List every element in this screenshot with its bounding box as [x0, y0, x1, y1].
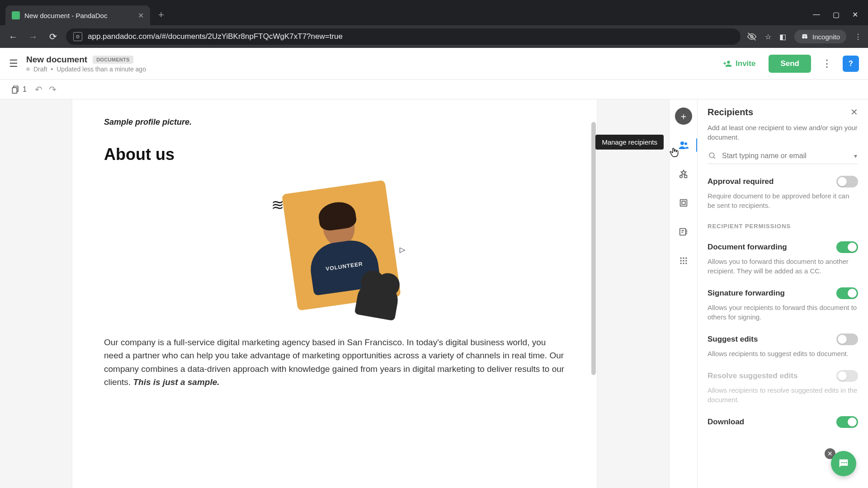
heart-icon — [354, 278, 401, 321]
section-heading[interactable]: About us — [104, 145, 565, 164]
page-count: 1 — [23, 85, 27, 94]
image-caption[interactable]: Sample profile picture. — [104, 117, 565, 127]
more-menu-button[interactable]: ⋮ — [817, 55, 836, 72]
permissions-heading: RECIPIENT PERMISSIONS — [708, 223, 858, 230]
url-text: app.pandadoc.com/a/#/documents/2UzYiBKr8… — [88, 32, 343, 41]
svg-point-24 — [841, 462, 843, 463]
svg-rect-10 — [680, 200, 687, 206]
workspace: Sample profile picture. About us ≋ VOLUN… — [0, 99, 868, 488]
help-button[interactable]: ? — [843, 56, 859, 72]
image-block[interactable]: ≋ VOLUNTEER ▷ — [104, 182, 565, 313]
resolve-edits-setting: Resolve suggested edits Allows recipient… — [708, 370, 858, 404]
scroll-thumb[interactable] — [591, 122, 596, 375]
signature-label: Signature forwarding — [708, 289, 785, 298]
signature-forwarding-setting: Signature forwarding Allows your recipie… — [708, 287, 858, 322]
favicon — [12, 11, 20, 19]
panel-subtitle: Add at least one recipient to view and/o… — [708, 123, 858, 142]
canvas-area[interactable]: Sample profile picture. About us ≋ VOLUN… — [0, 99, 669, 488]
maximize-icon[interactable]: ▢ — [833, 10, 840, 19]
tracking-off-icon[interactable] — [747, 32, 757, 42]
recipient-search-input[interactable] — [722, 152, 849, 160]
doc-type-badge: DOCUMENTS — [93, 56, 133, 64]
rail-tooltip: Manage recipients — [595, 135, 664, 150]
forward-button[interactable]: → — [26, 32, 40, 42]
profile-photo: ≋ VOLUNTEER ▷ — [267, 182, 402, 313]
search-icon — [708, 152, 717, 160]
back-button[interactable]: ← — [6, 32, 20, 42]
invite-button[interactable]: Invite — [716, 55, 762, 72]
address-bar: ← → ⟳ ⚙ app.pandadoc.com/a/#/documents/2… — [0, 25, 868, 48]
undo-button[interactable]: ↶ — [35, 84, 42, 95]
chat-fab[interactable] — [831, 451, 856, 476]
layout-rail-button[interactable] — [675, 194, 692, 211]
new-tab-button[interactable]: + — [150, 9, 172, 25]
svg-point-16 — [680, 260, 681, 261]
body-paragraph[interactable]: Our company is a full-service digital ma… — [104, 336, 565, 389]
signature-desc: Allows your recipients to forward this d… — [708, 303, 858, 322]
url-field[interactable]: ⚙ app.pandadoc.com/a/#/documents/2UzYiBK… — [66, 28, 741, 45]
apps-rail-button[interactable] — [675, 252, 692, 269]
svg-point-8 — [679, 175, 682, 178]
smart-content-rail-button[interactable] — [675, 223, 692, 240]
svg-point-17 — [683, 260, 684, 261]
panel-toggle-icon[interactable]: ◧ — [779, 33, 786, 41]
browser-tab-strip: New document - PandaDoc ✕ + — ▢ ✕ — [0, 0, 868, 25]
suggest-desc: Allows recipients to suggest edits to do… — [708, 349, 858, 358]
document-forwarding-setting: Document forwarding Allows you to forwar… — [708, 241, 858, 276]
close-window-icon[interactable]: ✕ — [852, 10, 858, 19]
recipient-search[interactable]: ▾ — [708, 148, 858, 164]
doc-meta: New document DOCUMENTS Draft • Updated l… — [26, 55, 146, 73]
svg-point-22 — [709, 153, 714, 158]
panel-title: Recipients — [708, 107, 753, 117]
page-scrollbar[interactable] — [590, 117, 596, 488]
svg-point-26 — [845, 462, 847, 463]
incognito-badge[interactable]: Incognito — [794, 30, 846, 43]
forwarding-desc: Allows you to forward this document to a… — [708, 257, 858, 276]
close-panel-icon[interactable]: ✕ — [850, 107, 858, 117]
browser-menu-icon[interactable]: ⋮ — [854, 33, 862, 41]
resolve-label: Resolve suggested edits — [708, 371, 797, 380]
svg-point-19 — [680, 263, 681, 264]
svg-point-15 — [685, 258, 687, 259]
window-controls: — ▢ ✕ — [803, 10, 868, 25]
svg-rect-9 — [684, 175, 687, 178]
incognito-label: Incognito — [812, 33, 840, 41]
send-label: Send — [780, 59, 799, 68]
browser-tab[interactable]: New document - PandaDoc ✕ — [5, 5, 150, 25]
site-settings-icon[interactable]: ⚙ — [73, 32, 82, 41]
forwarding-toggle[interactable] — [836, 241, 858, 253]
recipients-panel: Recipients ✕ Add at least one recipient … — [697, 99, 868, 488]
svg-point-3 — [805, 36, 807, 39]
svg-point-18 — [685, 260, 687, 261]
add-content-button[interactable]: ＋ — [675, 108, 692, 125]
document-page[interactable]: Sample profile picture. About us ≋ VOLUN… — [72, 99, 597, 488]
recipients-rail-button[interactable] — [675, 136, 692, 154]
svg-point-13 — [680, 258, 681, 259]
pages-button[interactable]: 1 — [11, 85, 27, 94]
bookmark-star-icon[interactable]: ☆ — [765, 33, 771, 41]
download-toggle[interactable] — [836, 416, 858, 428]
variables-rail-button[interactable] — [675, 165, 692, 183]
approval-required-setting: Approval required Require document to be… — [708, 176, 858, 210]
approval-desc: Require document to be approved before i… — [708, 191, 858, 210]
minimize-icon[interactable]: — — [813, 10, 820, 19]
send-button[interactable]: Send — [769, 55, 811, 73]
tab-close-icon[interactable]: ✕ — [138, 11, 144, 20]
suggest-toggle[interactable] — [836, 333, 858, 345]
suggest-edits-setting: Suggest edits Allows recipients to sugge… — [708, 333, 858, 358]
forwarding-label: Document forwarding — [708, 243, 787, 252]
redo-button[interactable]: ↷ — [49, 84, 57, 95]
app-header: ☰ New document DOCUMENTS Draft • Updated… — [0, 48, 868, 80]
svg-point-6 — [680, 141, 684, 145]
reload-button[interactable]: ⟳ — [46, 31, 60, 42]
menu-icon[interactable]: ☰ — [9, 58, 18, 70]
invite-label: Invite — [736, 59, 755, 68]
chevron-down-icon[interactable]: ▾ — [854, 152, 857, 160]
tab-title: New document - PandaDoc — [24, 12, 107, 19]
updated-text: Updated less than a minute ago — [57, 66, 146, 73]
signature-toggle[interactable] — [836, 287, 858, 299]
svg-rect-5 — [12, 87, 17, 93]
approval-toggle[interactable] — [836, 176, 858, 188]
doc-title[interactable]: New document — [26, 55, 87, 65]
shirt-text: VOLUNTEER — [325, 261, 363, 272]
